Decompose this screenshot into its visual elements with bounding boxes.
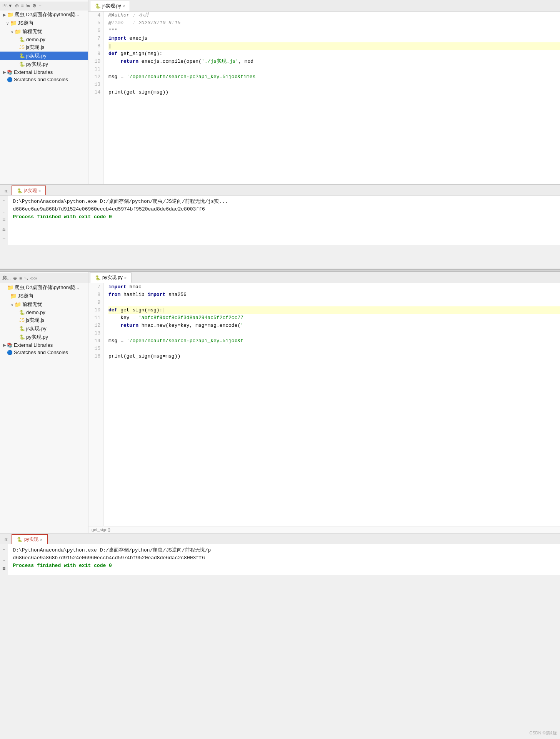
scroll-down-icon[interactable]: ↓ bbox=[2, 556, 6, 563]
scroll-down-icon[interactable]: ↓ bbox=[2, 207, 6, 215]
line-num: 6 bbox=[88, 27, 103, 35]
tab-label: py实现.py bbox=[102, 274, 123, 281]
sidebar-item-qiancheng2[interactable]: ∨ 📁 前程无忧 bbox=[0, 300, 88, 309]
sidebar-item-label: 爬虫 D:\桌面存储\python\爬... bbox=[15, 11, 79, 18]
code-line-4: @Author : 小爿 bbox=[108, 12, 560, 19]
py-icon: 🐍 bbox=[19, 326, 25, 331]
terminal-success-line: Process finished with exit code 0 bbox=[13, 213, 555, 221]
sidebar-item-js-reverse2[interactable]: 📁 JS逆向 bbox=[0, 292, 88, 300]
sidebar-item-scratches2[interactable]: 🔵 Scratches and Consoles bbox=[0, 349, 88, 356]
terminal-tab-js[interactable]: 🐍 js实现 × bbox=[12, 186, 46, 195]
filter-icon[interactable]: ≐ bbox=[2, 226, 6, 234]
sidebar-item-demo-py2[interactable]: 🐍 demo.py bbox=[0, 309, 88, 316]
tab-close-icon[interactable]: × bbox=[124, 276, 127, 280]
toolbar-list-icon[interactable]: ≡ bbox=[21, 3, 24, 8]
sidebar-item-label: Scratches and Consoles bbox=[14, 77, 68, 82]
arrow-icon: ▶ bbox=[3, 13, 7, 17]
toolbar-sort-icon[interactable]: ≒ bbox=[24, 276, 28, 281]
code-line-8: | bbox=[108, 42, 560, 50]
line-num: 12 bbox=[88, 73, 103, 81]
sidebar-item-js-py2[interactable]: 🐍 js实现.py bbox=[0, 324, 88, 333]
toolbar-collapse-icon[interactable]: − bbox=[39, 3, 42, 8]
scroll-up-icon[interactable]: ↑ bbox=[2, 547, 6, 554]
code-line-12: return hmac.new(key=key, msg=msg.encode(… bbox=[108, 322, 560, 329]
tab-py-py[interactable]: 🐍 py实现.py × bbox=[90, 273, 132, 283]
code-container-2: 7 8 9 10 11 12 13 14 15 16 import hmac f… bbox=[88, 283, 560, 526]
terminal-tab-label: js实现 bbox=[24, 187, 37, 194]
line-num: 5 bbox=[88, 19, 103, 27]
code-line-14: msg = '/open/noauth/search-pc?api_key=51… bbox=[108, 337, 560, 345]
sidebar-item-qiancheng[interactable]: ∨ 📁 前程无忧 bbox=[0, 27, 88, 36]
tab-bar-1: 🐍 js实现.py × bbox=[88, 0, 560, 12]
code-line-7: import execjs bbox=[108, 35, 560, 42]
sidebar-1: Pr.▼ ⊕ ≡ ≒ ⚙ − ▶ 📁 爬虫 D:\桌面存储\python\爬..… bbox=[0, 0, 88, 184]
editor-2: 🐍 py实现.py × 7 8 9 10 11 12 13 14 bbox=[88, 272, 560, 533]
code-line-8: from hashlib import sha256 bbox=[108, 291, 560, 299]
tab-label: js实现.py bbox=[102, 3, 121, 9]
code-line-13 bbox=[108, 329, 560, 337]
sidebar-item-scratches[interactable]: 🔵 Scratches and Consoles bbox=[0, 76, 88, 83]
tab-js-py[interactable]: 🐍 js实现.py × bbox=[90, 1, 130, 11]
watermark: CSDN ©清&疑 bbox=[529, 730, 557, 736]
sidebar-item-js-js[interactable]: JS js实现.js bbox=[0, 43, 88, 52]
sidebar-item-label: js实现.py bbox=[26, 52, 47, 59]
sidebar-item-external[interactable]: ▶ 📚 External Libraries bbox=[0, 69, 88, 76]
sidebar-item-root[interactable]: ▶ 📁 爬虫 D:\桌面存储\python\爬... bbox=[0, 10, 88, 19]
terminal-tab-icon: 🐍 bbox=[17, 537, 23, 542]
line-num: 13 bbox=[88, 81, 103, 89]
sidebar-item-label: js实现.py bbox=[26, 325, 47, 332]
code-editor-2[interactable]: import hmac from hashlib import sha256 d… bbox=[104, 283, 560, 526]
sidebar-item-label: External Libraries bbox=[14, 342, 53, 348]
wrap-icon[interactable]: ≡ bbox=[2, 216, 6, 224]
code-line-13 bbox=[108, 81, 560, 89]
line-num: 9 bbox=[88, 50, 103, 58]
sidebar-item-label: py实现.py bbox=[26, 61, 48, 68]
sidebar-item-label: 前程无忧 bbox=[22, 301, 42, 308]
sidebar-item-js-reverse[interactable]: ∨ 📁 JS逆向 bbox=[0, 19, 88, 27]
terminal-line: d686ec6ae9a868b7d91524e06960eccb4cd5974b… bbox=[13, 206, 555, 213]
folder-icon: 📁 bbox=[15, 301, 21, 308]
arrow-icon: ▶ bbox=[3, 70, 7, 74]
terminal-line: d686ec6ae9a868b7d91524e06960eccb4cd5974b… bbox=[13, 554, 555, 562]
status-bar: get_sign() bbox=[88, 526, 560, 533]
line-num: 14 bbox=[88, 337, 103, 345]
sidebar-2: 爬... ⊕ ≡ ≒ ∞∞ 📁 爬虫 D:\桌面存储\python\爬... 📁… bbox=[0, 272, 88, 533]
terminal-body-1: ↑ ↓ ≡ ≐ − D:\PythonAnaconda\python.exe D… bbox=[0, 196, 560, 245]
sidebar-toolbar-1[interactable]: Pr.▼ ⊕ ≡ ≒ ⚙ − bbox=[0, 2, 88, 10]
wrap-icon[interactable]: ≡ bbox=[2, 565, 6, 573]
toolbar-sort-icon[interactable]: ≒ bbox=[26, 3, 30, 8]
line-num: 14 bbox=[88, 89, 103, 96]
folder-icon: 📁 bbox=[7, 12, 13, 18]
sidebar-item-demo-py[interactable]: 🐍 demo.py bbox=[0, 36, 88, 43]
toolbar-extra-icon[interactable]: ∞∞ bbox=[30, 276, 37, 281]
folder-icon: 📁 bbox=[10, 20, 17, 26]
line-numbers-2: 7 8 9 10 11 12 13 14 15 16 bbox=[88, 283, 104, 526]
toolbar-list-icon[interactable]: ≡ bbox=[19, 276, 22, 281]
folder-icon: 📁 bbox=[15, 28, 21, 35]
toolbar-add-icon[interactable]: ⊕ bbox=[15, 3, 19, 8]
sidebar-item-py-py[interactable]: 🐍 py实现.py bbox=[0, 60, 88, 69]
code-editor-1[interactable]: @Author : 小爿 @Time : 2023/3/10 9:15 """ … bbox=[104, 12, 560, 184]
code-line-7: import hmac bbox=[108, 283, 560, 291]
sidebar-item-label: js实现.js bbox=[26, 317, 44, 324]
code-line-5: @Time : 2023/3/10 9:15 bbox=[108, 19, 560, 27]
sidebar-item-py-py2[interactable]: 🐍 py实现.py bbox=[0, 333, 88, 341]
sidebar-item-js-js2[interactable]: JS js实现.js bbox=[0, 316, 88, 324]
lib-icon: 📚 bbox=[7, 343, 13, 348]
folder-icon: 📁 bbox=[7, 284, 13, 291]
scroll-up-icon[interactable]: ↑ bbox=[2, 198, 6, 206]
toolbar-settings-icon[interactable]: ⚙ bbox=[32, 3, 37, 8]
line-num: 13 bbox=[88, 329, 103, 337]
clear-icon[interactable]: − bbox=[2, 235, 6, 243]
toolbar-add-icon[interactable]: ⊕ bbox=[13, 276, 17, 281]
terminal-tab-py[interactable]: 🐍 py实现 × bbox=[12, 534, 48, 544]
terminal-tab-close-icon[interactable]: × bbox=[40, 537, 42, 542]
sidebar-item-external2[interactable]: ▶ 📚 External Libraries bbox=[0, 341, 88, 349]
sidebar-item-root2[interactable]: 📁 爬虫 D:\桌面存储\python\爬... bbox=[0, 283, 88, 292]
sidebar-item-js-py[interactable]: 🐍 js实现.py bbox=[0, 52, 88, 60]
section-3-ide: 爬... ⊕ ≡ ≒ ∞∞ 📁 爬虫 D:\桌面存储\python\爬... 📁… bbox=[0, 272, 560, 533]
terminal-content-2: D:\PythonAnaconda\python.exe D:/桌面存储/pyt… bbox=[8, 544, 560, 575]
sidebar-toolbar-2[interactable]: 爬... ⊕ ≡ ≒ ∞∞ bbox=[0, 273, 88, 283]
terminal-tab-close-icon[interactable]: × bbox=[38, 189, 41, 193]
tab-close-icon[interactable]: × bbox=[123, 4, 125, 8]
